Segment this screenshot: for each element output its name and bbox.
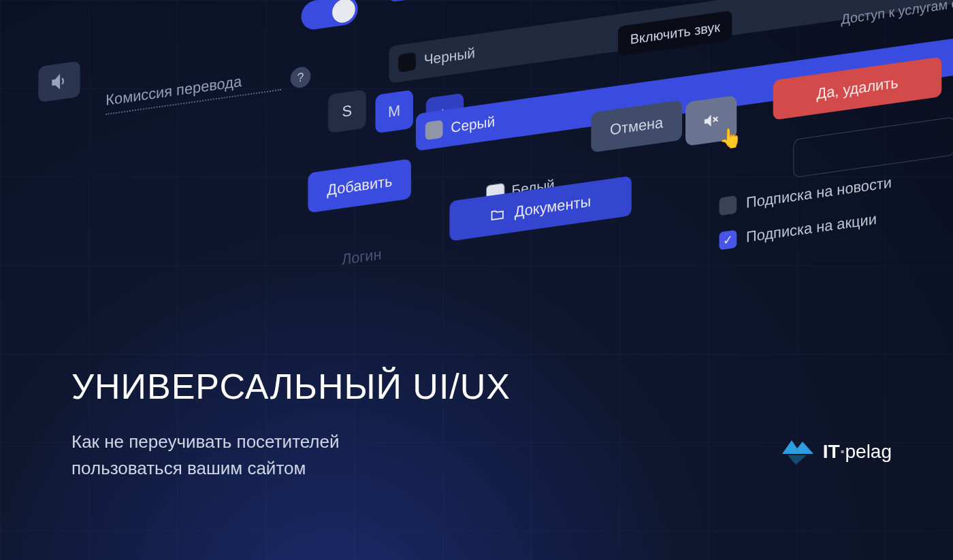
headline: УНИВЕРСАЛЬНЫЙ UI/UX [71,366,511,407]
checkbox-news-label: Подписка на новости [746,174,892,212]
svg-marker-4 [705,115,711,128]
ui-collage: Комиссия перевода ? S M L Черный Серый Б… [5,0,948,408]
add-button[interactable]: Добавить [308,159,411,213]
brand-logo: IT·pelag [782,439,892,465]
mountain-icon [782,439,813,465]
mute-button-active[interactable]: 👆 [685,95,737,146]
pointer-cursor-icon: 👆 [719,125,743,151]
checkbox-news-row[interactable]: Подписка на новости [719,174,891,216]
toggle-switch[interactable] [302,0,358,31]
subtitle-line1: Как не переучивать посетителей [71,431,340,452]
logo-dot: · [840,441,845,462]
placeholder-block-1 [389,0,470,3]
checkbox-promo-label: Подписка на акции [746,210,877,246]
speaker-icon [50,71,68,92]
size-s-button[interactable]: S [328,89,366,133]
mute-icon [702,110,720,131]
svg-marker-8 [788,455,807,465]
commission-label: Комиссия перевода [106,67,280,109]
login-label: Логин [342,245,382,268]
speaker-button[interactable] [38,61,80,102]
size-m-button[interactable]: M [375,90,413,133]
hero-text-block: УНИВЕРСАЛЬНЫЙ UI/UX Как не переучивать п… [71,366,511,482]
svg-marker-0 [52,76,59,88]
help-icon[interactable]: ? [291,65,311,88]
svg-marker-7 [782,440,813,454]
checkbox-promo-row[interactable]: ✓ Подписка на акции [719,210,876,250]
checkbox-checked-icon: ✓ [719,230,737,250]
checkbox-unchecked-icon [719,195,737,216]
logo-suffix: pelag [845,441,892,462]
logo-prefix: IT [823,441,840,462]
subtitle-line2: пользоваться вашим сайтом [71,458,306,478]
folder-icon [490,206,505,223]
